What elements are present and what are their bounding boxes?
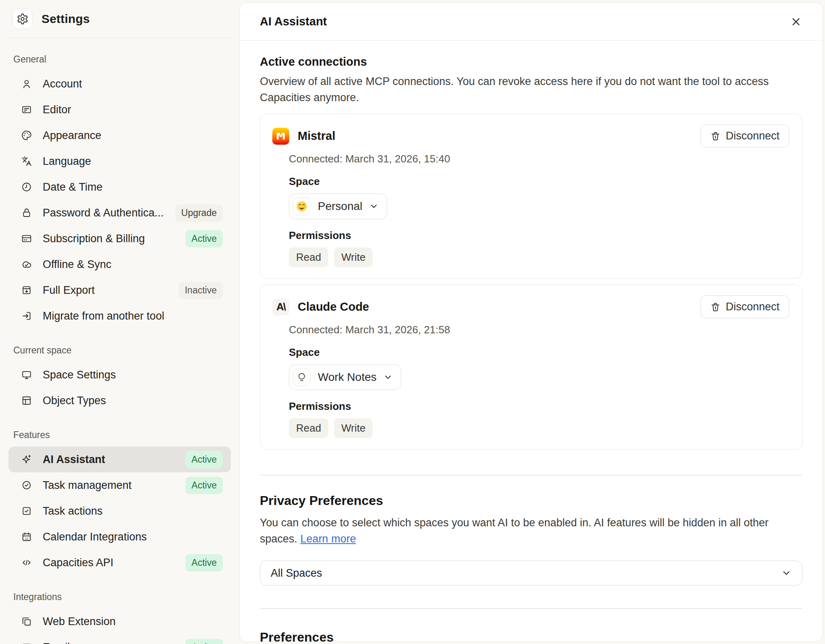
section-label-general: General <box>13 53 231 65</box>
sidebar-item-appearance[interactable]: Appearance <box>8 123 231 148</box>
active-badge: Active <box>185 451 223 468</box>
sidebar-divider <box>8 37 231 38</box>
chevron-down-icon <box>781 568 792 578</box>
panel-title: AI Assistant <box>260 15 327 28</box>
sidebar-item-label: Account <box>43 78 82 90</box>
sidebar-item-task-management[interactable]: Task management Active <box>8 472 231 498</box>
sidebar-item-web-extension[interactable]: Web Extension <box>8 609 231 634</box>
permissions-label: Permissions <box>289 400 789 413</box>
settings-logo-tile <box>12 9 33 29</box>
svg-text:12: 12 <box>25 537 28 540</box>
panel-header: AI Assistant <box>240 3 823 41</box>
palette-icon <box>21 130 32 141</box>
sidebar-item-capacities-api[interactable]: Capacities API Active <box>8 550 231 575</box>
active-connections-heading: Active connections <box>260 55 802 69</box>
sidebar-item-label: Offline & Sync <box>43 258 112 271</box>
sidebar-item-object-types[interactable]: Object Types <box>8 388 231 413</box>
chevron-down-icon <box>383 372 393 382</box>
connected-timestamp: Connected: March 31, 2026, 21:58 <box>289 324 789 336</box>
connection-header: Mistral Disconnect <box>272 125 789 147</box>
sidebar-item-full-export[interactable]: Full Export Inactive <box>8 277 231 303</box>
active-badge: Active <box>185 554 223 571</box>
user-icon <box>21 79 32 89</box>
connection-body: Connected: March 31, 2026, 21:58 Space W… <box>289 324 789 438</box>
settings-sidebar: Settings General Account Editor Appearan… <box>0 0 239 644</box>
connection-card-mistral: Mistral Disconnect Connected: March 31, … <box>260 114 802 279</box>
connected-timestamp: Connected: March 31, 2026, 15:40 <box>289 153 789 165</box>
active-badge: Active <box>185 230 223 247</box>
sidebar-item-label: Appearance <box>43 129 102 142</box>
sidebar-item-label: Password & Authentica... <box>43 207 164 219</box>
square-check-icon <box>21 506 32 516</box>
sidebar-item-offline-sync[interactable]: Offline & Sync <box>8 251 231 277</box>
editor-icon <box>21 104 32 115</box>
spaces-select-value: All Spaces <box>271 567 322 580</box>
sidebar-item-label: AI Assistant <box>43 453 105 466</box>
connection-body: Connected: March 31, 2026, 15:40 Space P… <box>289 153 789 267</box>
permission-read-chip: Read <box>289 418 328 438</box>
space-label: Space <box>289 175 789 188</box>
sidebar-item-label: Object Types <box>43 395 106 407</box>
calendar-icon: 12 <box>21 532 32 542</box>
gear-icon <box>17 13 29 25</box>
languages-icon <box>21 156 32 166</box>
permission-write-chip: Write <box>334 418 373 438</box>
permissions-chips: Read Write <box>289 418 789 438</box>
sidebar-item-label: Calendar Integrations <box>43 531 147 543</box>
close-button[interactable] <box>787 13 805 31</box>
lock-icon <box>21 208 32 218</box>
space-icon-tile <box>293 197 311 215</box>
sidebar-item-date-time[interactable]: Date & Time <box>8 174 231 200</box>
spaces-select[interactable]: All Spaces <box>260 561 802 586</box>
sidebar-item-subscription[interactable]: Subscription & Billing Active <box>8 226 231 251</box>
close-icon <box>790 16 802 28</box>
migrate-icon <box>21 311 32 321</box>
disconnect-button[interactable]: Disconnect <box>701 295 789 318</box>
sparkles-icon <box>21 454 32 465</box>
sidebar-item-label: Capacities API <box>43 557 114 569</box>
disconnect-label: Disconnect <box>726 130 779 142</box>
space-name: Personal <box>318 200 363 213</box>
claude-glyph: A\ <box>276 301 285 313</box>
learn-more-link[interactable]: Learn more <box>301 533 356 545</box>
lightbulb-icon <box>296 372 307 383</box>
sidebar-item-email[interactable]: Email Active <box>8 634 231 644</box>
claude-logo-icon: A\ <box>272 299 289 316</box>
sidebar-item-space-settings[interactable]: Space Settings <box>8 362 231 388</box>
connection-header: A\ Claude Code Disconnect <box>272 295 789 318</box>
sidebar-item-label: Date & Time <box>43 181 103 193</box>
section-divider <box>260 608 802 609</box>
section-label-integrations: Integrations <box>13 591 231 603</box>
sidebar-item-account[interactable]: Account <box>8 71 231 97</box>
sidebar-item-password[interactable]: Password & Authentica... Upgrade <box>8 200 231 226</box>
sidebar-item-label: Editor <box>43 104 71 116</box>
permissions-chips: Read Write <box>289 247 789 267</box>
trash-icon <box>710 131 721 141</box>
space-label: Space <box>289 346 789 359</box>
sidebar-title: Settings <box>41 12 90 26</box>
mail-icon <box>21 642 32 644</box>
circle-check-icon <box>21 480 32 490</box>
disconnect-button[interactable]: Disconnect <box>701 125 789 147</box>
permission-read-chip: Read <box>289 247 328 267</box>
sidebar-nav: General Account Editor Appearance Langua… <box>0 53 239 644</box>
clock-icon <box>21 182 32 192</box>
sidebar-item-label: Task management <box>43 479 132 492</box>
sidebar-item-migrate[interactable]: Migrate from another tool <box>8 303 231 329</box>
permission-write-chip: Write <box>334 247 373 267</box>
sidebar-item-task-actions[interactable]: Task actions <box>8 498 231 524</box>
inactive-badge: Inactive <box>179 282 223 299</box>
sidebar-item-label: Migrate from another tool <box>43 310 164 322</box>
trash-icon <box>710 302 721 312</box>
sidebar-item-editor[interactable]: Editor <box>8 97 231 123</box>
smile-emoji <box>296 200 308 212</box>
space-selector[interactable]: Personal <box>289 193 387 219</box>
section-label-current-space: Current space <box>13 344 231 356</box>
connection-card-claude-code: A\ Claude Code Disconnect Connected: Mar… <box>260 285 802 450</box>
sidebar-item-language[interactable]: Language <box>8 148 231 174</box>
sidebar-item-ai-assistant[interactable]: AI Assistant Active <box>8 447 231 472</box>
space-selector[interactable]: Work Notes <box>289 364 401 390</box>
active-connections-description: Overview of all active MCP connections. … <box>260 73 802 106</box>
sidebar-item-calendar-integrations[interactable]: 12 Calendar Integrations <box>8 524 231 550</box>
cloud-check-icon <box>21 259 32 270</box>
